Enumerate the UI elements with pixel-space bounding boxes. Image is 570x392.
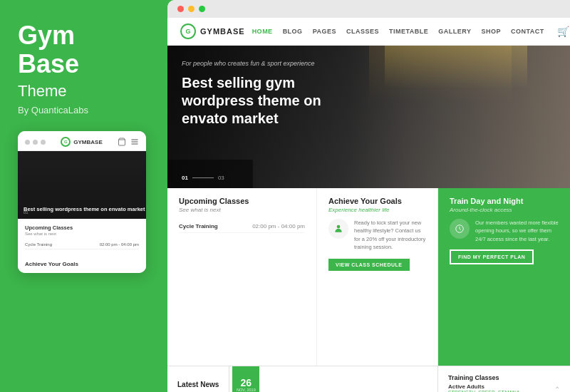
training-name: Active Adults (448, 383, 520, 390)
bottom-training: Training Classes Active Adults STRENGTH,… (438, 366, 570, 392)
theme-title: Gym Base Theme By QuanticaLabs (18, 21, 150, 131)
nav-blog[interactable]: BLOG (283, 28, 303, 35)
nav-pages[interactable]: PAGES (313, 28, 336, 35)
cart-icon[interactable]: 🛒 (557, 26, 569, 37)
bottom-news: Latest News 26 NOV, 2019 (167, 366, 438, 392)
news-day: 26 (241, 378, 252, 388)
mobile-logo-icon: G (61, 137, 71, 147)
mobile-mockup: G GYMBASE Best selling wordpress theme o… (18, 131, 146, 273)
training-row: Active Adults STRENGTH, SPEED, STAMINA ⌃ (448, 383, 560, 392)
site-bottom-row: Upcoming Classes See what is next Cycle … (167, 188, 570, 366)
achieve-body-text: Ready to kick start your new healthy lif… (354, 219, 426, 251)
mobile-achieve: Achieve Your Goals (18, 255, 146, 273)
theme-subtitle: Theme (18, 82, 150, 100)
view-schedule-button[interactable]: VIEW CLASS SCHEDULE (328, 259, 410, 271)
chevron-up-icon: ⌃ (554, 386, 560, 393)
browser-dot-green (199, 6, 205, 12)
site-logo-text: GYMBASE (200, 27, 245, 36)
mobile-nav-icons (118, 138, 139, 146)
slide-next: 03 (218, 175, 224, 181)
mobile-content: Upcoming Classes See what is next Cycle … (18, 219, 146, 255)
mobile-hero: Best selling wordpress theme on envato m… (18, 151, 146, 219)
hero-tagline: For people who creates fun & sport exper… (182, 60, 338, 67)
train-title: Train Day and Night (450, 197, 559, 205)
train-subtitle: Around-the-clock access (450, 207, 559, 213)
training-classes-label: Training Classes (448, 374, 560, 381)
site-logo: G GYMBASE (180, 24, 245, 39)
nav-timetable[interactable]: TIMETABLE (389, 28, 428, 35)
mobile-class-row: Cycle Training 02:00 pm - 04:00 pm (25, 240, 139, 249)
mobile-class-name: Cycle Training (25, 242, 52, 247)
browser-content: G GYMBASE HOME BLOG PAGES CLASSES TIMETA… (167, 18, 570, 392)
browser-chrome (167, 0, 570, 18)
achieve-subtitle: Experience healthier life (328, 207, 426, 213)
clock-icon (455, 224, 465, 234)
mobile-achieve-title: Achieve Your Goals (25, 261, 139, 267)
mobile-logo: G GYMBASE (61, 137, 102, 147)
site-nav-links[interactable]: HOME BLOG PAGES CLASSES TIMETABLE GALLER… (252, 28, 544, 35)
class-row: Cycle Training 02:00 pm - 04:00 pm (179, 220, 305, 233)
person-icon (333, 224, 343, 234)
left-panel: Gym Base Theme By QuanticaLabs G GYMBASE (0, 0, 167, 392)
hero-slide-indicator: 01 03 (182, 175, 224, 181)
site-nav: G GYMBASE HOME BLOG PAGES CLASSES TIMETA… (167, 18, 570, 46)
slide-current: 01 (182, 175, 188, 181)
achieve-body-row: Ready to kick start your new healthy lif… (328, 219, 426, 251)
achieve-goals-panel: Achieve Your Goals Experience healthier … (317, 188, 438, 366)
site-hero: For people who creates fun & sport exper… (167, 46, 570, 188)
upcoming-subtitle: See what is next (179, 207, 305, 213)
theme-by: By QuanticaLabs (18, 105, 150, 115)
mobile-logo-text: GYMBASE (73, 139, 102, 145)
nav-home[interactable]: HOME (252, 28, 273, 35)
title-gym: Gym (18, 21, 75, 50)
cart-icon (118, 138, 126, 146)
right-panel: G GYMBASE HOME BLOG PAGES CLASSES TIMETA… (167, 0, 570, 392)
hero-headline: Best selling gym wordpress theme on enva… (182, 74, 338, 128)
news-date-box: 26 NOV, 2019 (232, 366, 259, 392)
achieve-title: Achieve Your Goals (328, 197, 426, 205)
nav-contact[interactable]: CONTACT (511, 28, 544, 35)
mobile-hero-headline: Best selling wordpress theme on envato m… (24, 206, 145, 213)
mobile-slide-num: 01 (24, 210, 28, 215)
mobile-upcoming-sub: See what is next (25, 232, 139, 236)
news-month: NOV, 2019 (237, 388, 256, 392)
nav-gallery[interactable]: GALLERY (438, 28, 471, 35)
train-body-text: Our members wanted more flexible opening… (475, 219, 559, 243)
hero-text-content: For people who creates fun & sport exper… (182, 60, 338, 128)
nav-shop[interactable]: SHOP (481, 28, 501, 35)
class-time: 02:00 pm - 04:00 pm (252, 223, 305, 229)
train-day-night-panel: Train Day and Night Around-the-clock acc… (438, 188, 570, 366)
achieve-icon-wrap (328, 219, 348, 239)
nav-classes[interactable]: CLASSES (346, 28, 379, 35)
bottom-info-row: Latest News 26 NOV, 2019 Training Classe… (167, 366, 570, 392)
title-base: Base (18, 49, 79, 78)
menu-icon (130, 138, 139, 146)
slide-line (192, 177, 214, 178)
svg-point-4 (337, 225, 341, 229)
upcoming-classes-panel: Upcoming Classes See what is next Cycle … (167, 188, 317, 366)
mobile-upcoming-title: Upcoming Classes (25, 225, 139, 231)
find-plan-button[interactable]: FIND MY PERFECT PLAN (450, 249, 534, 264)
class-name: Cycle Training (179, 223, 218, 229)
mobile-top-bar: G GYMBASE (18, 131, 146, 151)
site-logo-icon: G (180, 24, 196, 39)
train-icon-wrap (450, 219, 470, 239)
latest-news-label: Latest News (167, 366, 229, 392)
train-body-row: Our members wanted more flexible opening… (450, 219, 559, 243)
upcoming-title: Upcoming Classes (179, 197, 305, 205)
mobile-class-time: 02:00 pm - 04:00 pm (100, 242, 139, 247)
browser-dot-red (177, 6, 184, 12)
mobile-hero-text: Best selling wordpress theme on envato m… (24, 206, 145, 213)
browser-dot-yellow (188, 6, 195, 12)
mobile-window-dots (25, 140, 46, 145)
